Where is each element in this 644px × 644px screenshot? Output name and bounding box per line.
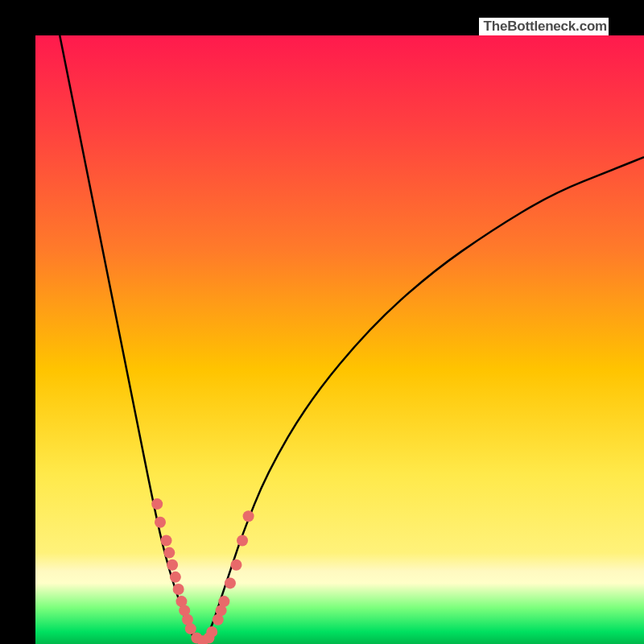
sample-point [170, 572, 181, 583]
bottleneck-curve [60, 35, 644, 642]
sample-point [151, 498, 163, 510]
sample-point [225, 577, 236, 588]
sample-point [161, 535, 172, 546]
sample-point [163, 547, 175, 559]
chart-frame: TheBottleneck.com [0, 0, 644, 644]
watermark-label: TheBottleneck.com [479, 18, 609, 35]
sample-point [167, 559, 178, 571]
chart-plot-area [35, 35, 644, 644]
sample-point [230, 559, 242, 571]
sample-point [155, 517, 166, 528]
chart-svg [35, 35, 644, 644]
sample-point [173, 584, 184, 595]
sample-point [218, 596, 229, 607]
sample-point [243, 510, 254, 522]
sample-point [237, 535, 248, 546]
sample-point [206, 626, 217, 638]
